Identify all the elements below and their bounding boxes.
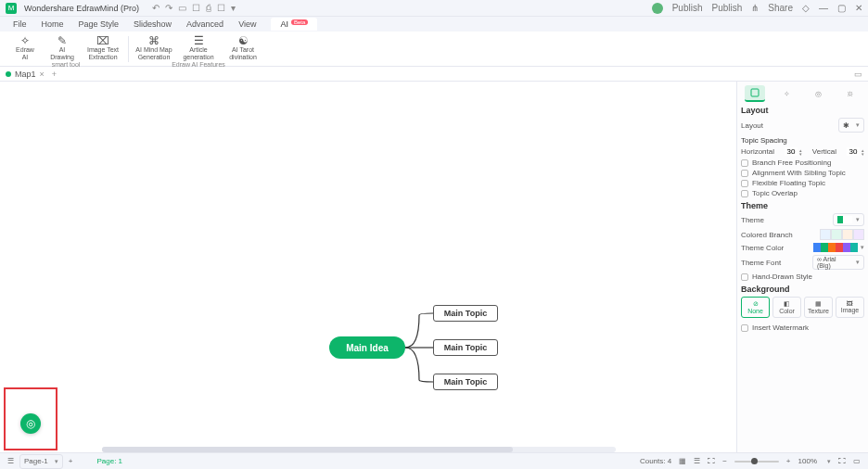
share-button[interactable]: Share [768, 3, 793, 13]
zoom-in-button[interactable]: + [786, 457, 791, 465]
bg-heading: Background [741, 285, 864, 294]
h-spacing-stepper[interactable]: ▴▾ [785, 147, 802, 156]
h-spacing-label: Horizontal [741, 147, 774, 156]
redo-icon[interactable]: ↷ [165, 3, 172, 13]
colored-branch-label: Colored Branch [741, 231, 793, 239]
theme-color-label: Theme Color [741, 244, 784, 252]
opt-watermark[interactable]: Insert Watermark [741, 323, 864, 332]
share-icon[interactable]: ⋔ [751, 3, 759, 13]
v-spacing-label: Vertical [812, 147, 836, 156]
presentation-icon[interactable]: ▭ [853, 457, 861, 465]
opt-flex-floating[interactable]: Flexible Floating Topic [741, 179, 864, 187]
add-page-button[interactable]: + [69, 457, 73, 465]
h-scrollbar[interactable] [102, 447, 616, 452]
maximize-button[interactable]: ▢ [837, 3, 846, 13]
opt-handdrawn[interactable]: Hand-Drawn Style [741, 273, 864, 281]
theme-heading: Theme [741, 201, 864, 210]
ribbon-edraw-ai[interactable]: ✧ EdrawAI [7, 34, 43, 60]
spacing-heading: Topic Spacing [741, 136, 864, 145]
doc-tab-add[interactable]: + [52, 70, 57, 79]
undo-icon[interactable]: ↶ [152, 3, 160, 13]
publish-button[interactable]: Publish [672, 3, 703, 13]
none-icon: ⊘ [753, 300, 759, 308]
topic-node-2[interactable]: Main Topic [433, 339, 498, 356]
page-picker[interactable]: Page-1▾ [19, 454, 63, 469]
branch-connectors [405, 304, 433, 392]
zoom-slider[interactable] [734, 461, 779, 463]
svg-rect-0 [751, 89, 759, 96]
opt-overlap[interactable]: Topic Overlap [741, 189, 864, 197]
fullscreen-icon[interactable]: ⛶ [838, 457, 846, 465]
avatar-icon[interactable] [652, 3, 663, 14]
panel-tab-settings[interactable]: ⛭ [840, 85, 861, 102]
view-grid-icon[interactable]: ▦ [679, 457, 686, 465]
zoom-dropdown[interactable]: ▾ [827, 458, 831, 465]
layout-label: Layout [741, 121, 763, 130]
color-icon: ◧ [784, 300, 790, 308]
view-list-icon[interactable]: ☰ [694, 457, 700, 465]
ribbon-group1-caption: smart tool [52, 61, 81, 68]
menu-slideshow[interactable]: Slideshow [134, 19, 172, 29]
opt-align-sibling[interactable]: Alignment With Sibling Topic [741, 169, 864, 177]
bg-texture[interactable]: ▦Texture [804, 297, 833, 318]
menu-ai[interactable]: AIBeta [271, 18, 317, 31]
article-icon: ☰ [194, 34, 204, 46]
theme-label: Theme [741, 216, 764, 224]
root-node[interactable]: Main Idea [329, 336, 405, 359]
ribbon-tarot[interactable]: ☯ AI Tarotdivination [222, 34, 264, 60]
outline-icon[interactable]: ☰ [7, 457, 14, 465]
menu-view[interactable]: View [238, 19, 256, 29]
help-icon[interactable]: ◇ [802, 3, 810, 13]
ai-chat-fab[interactable]: ◎ [20, 413, 41, 434]
panel-tab-page[interactable] [745, 85, 765, 102]
texture-icon: ▦ [815, 300, 822, 308]
menu-advanced[interactable]: Advanced [186, 19, 223, 29]
ribbon-image-text[interactable]: ⌧ Image TextExtraction [82, 34, 124, 60]
tarot-icon: ☯ [238, 34, 249, 46]
theme-picker[interactable]: ▾ [833, 213, 864, 226]
format-panel: ✧ ◎ ⛭ Layout Layout ✱▾ Topic Spacing Hor… [736, 82, 868, 452]
doc-tab-close[interactable]: × [40, 70, 45, 79]
bg-image[interactable]: 🖼Image [836, 297, 864, 318]
doc-tab[interactable]: Map1 × [6, 70, 45, 79]
mindmap-icon: ⌘ [148, 34, 160, 46]
layout-picker[interactable]: ✱▾ [838, 118, 864, 133]
menu-file[interactable]: File [13, 19, 27, 29]
panel-tab-location[interactable]: ◎ [809, 85, 829, 102]
image-icon: 🖼 [847, 300, 853, 307]
save-icon[interactable]: ☐ [192, 3, 200, 13]
doc-tab-label: Map1 [15, 70, 36, 79]
zoom-value: 100% [798, 457, 817, 465]
theme-font-picker[interactable]: ∞ Arial (Big)▾ [812, 255, 864, 270]
theme-color-picker[interactable]: ▾ [813, 243, 864, 252]
menu-home[interactable]: Home [42, 19, 64, 29]
drawing-icon: ✎ [57, 34, 67, 46]
canvas[interactable]: Main Idea Main Topic Main Topic Main Top… [0, 82, 736, 452]
minimize-button[interactable]: — [819, 3, 828, 13]
bg-color[interactable]: ◧Color [772, 297, 801, 318]
theme-font-label: Theme Font [741, 259, 781, 267]
ribbon-group2-caption: Edraw AI Features [172, 61, 225, 68]
folder-icon[interactable]: ▭ [178, 3, 186, 13]
panel-collapse-icon[interactable]: ▭ [854, 70, 862, 79]
export-icon[interactable]: ☐ [217, 3, 225, 13]
sparkle-icon: ✧ [20, 34, 30, 46]
ribbon-mindmap-gen[interactable]: ⌘ AI Mind MapGeneration [133, 34, 175, 60]
bg-none[interactable]: ⊘None [741, 297, 770, 318]
topic-node-3[interactable]: Main Topic [433, 374, 498, 390]
topic-node-1[interactable]: Main Topic [433, 305, 498, 322]
opt-free-pos[interactable]: Branch Free Positioning [741, 158, 864, 167]
layout-heading: Layout [741, 106, 864, 115]
close-button[interactable]: ✕ [855, 3, 862, 13]
doc-tab-icon [6, 71, 11, 77]
ribbon-article-gen[interactable]: ☰ Articlegeneration [177, 34, 220, 60]
panel-tab-style[interactable]: ✧ [776, 85, 797, 102]
menu-pagestyle[interactable]: Page Style [79, 19, 120, 29]
view-fit-icon[interactable]: ⛶ [708, 457, 715, 465]
ribbon-ai-drawing[interactable]: ✎ AIDrawing [45, 34, 80, 60]
zoom-out-button[interactable]: − [722, 457, 727, 465]
v-spacing-stepper[interactable]: ▴▾ [847, 147, 864, 156]
dropdown-icon[interactable]: ▾ [231, 3, 236, 13]
print-icon[interactable]: ⎙ [206, 3, 211, 13]
colored-branch-swatches[interactable] [820, 229, 864, 240]
